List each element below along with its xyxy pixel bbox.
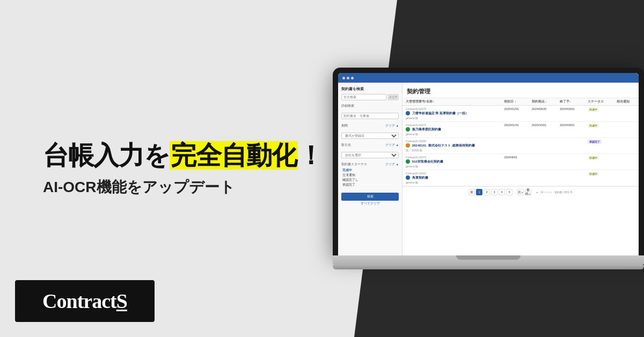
app-main-header: 契約管理	[402, 83, 639, 98]
status-badge-2: 作成中	[588, 123, 599, 128]
table-row[interactable]: ContractS-01074 振乃業界委託契約書 general 動 2023…	[402, 122, 639, 138]
col-name[interactable]: 大管管理番号/名称 ↕	[402, 98, 501, 106]
contract-sign-4	[529, 154, 557, 170]
contracts-table: 大管管理番号/名称 ↕ 発効日 ↕ 契約期点 ↕ 終了予↕ ステータス 相当通知	[402, 98, 639, 186]
topbar-dot-3	[351, 77, 354, 79]
app-main: 契約管理 大管管理番号/名称 ↕ 発効日 ↕ 契約期点 ↕ 終了予↕	[402, 83, 639, 255]
contract-end-3	[557, 138, 584, 154]
period-clear-link[interactable]: クリア ▲	[385, 124, 399, 128]
contract-sign-3	[529, 138, 557, 154]
prev-page-button[interactable]: 前	[469, 189, 475, 195]
status-title: 契約書スターテス クリア ▲	[341, 162, 399, 167]
contract-icon-2	[406, 127, 410, 131]
laptop-mockup: 契約書を検索 クリア 詳細検索	[322, 68, 644, 269]
contract-company-5: general 動	[406, 181, 497, 184]
sidebar-subsection-company: 取引先 クリア ▲ 会社を選択	[341, 143, 399, 159]
contract-end-2: 2024/03/01	[557, 122, 584, 138]
table-row[interactable]: ContractS-01073 510対取業会社契約書 general 動 20…	[402, 154, 639, 170]
search-button[interactable]: 検索	[341, 193, 399, 201]
sidebar-subsection-status: 契約書スターテス クリア ▲ 完成中 立滝通知 確認完了し 承認完了	[341, 162, 399, 187]
status-badge-4: 作成中	[588, 156, 599, 160]
contract-sign-5	[529, 170, 557, 186]
contract-icon-4	[406, 159, 410, 164]
col-sign[interactable]: 契約期点 ↕	[529, 98, 557, 106]
pagination-row: 前 1 2 3 4 5 ... 次» 最終» ▸ 10 ページ 契約数 1951…	[402, 186, 639, 197]
next-page-button[interactable]: 次»	[517, 189, 524, 195]
page-button-2[interactable]: 2	[484, 189, 490, 195]
app-sidebar: 契約書を検索 クリア 詳細検索	[338, 83, 402, 255]
sub-headline: AI-OCR機能をアップデート	[43, 178, 333, 197]
col-start[interactable]: 発効日 ↕	[501, 98, 528, 106]
col-end[interactable]: 終了予↕	[557, 98, 584, 106]
contract-status-2: 作成中	[584, 122, 614, 138]
table-header-row: 大管管理番号/名称 ↕ 発効日 ↕ 契約期点 ↕ 終了予↕ ステータス 相当通知	[402, 98, 639, 106]
contract-notify-1	[613, 106, 639, 122]
col-status: ステータス	[584, 98, 614, 106]
contract-company-1: general 動	[406, 116, 497, 120]
contract-start-1: 2025/01/01	[501, 106, 528, 122]
status-clear-link[interactable]: クリア ▲	[385, 163, 399, 166]
search-clear-button[interactable]: クリア	[387, 94, 399, 100]
contract-status-3: 承認完了	[584, 138, 614, 154]
col-notify: 相当通知	[613, 98, 639, 106]
contract-icon-5	[406, 175, 410, 180]
contract-name-4: 510対取業会社契約書	[406, 159, 497, 164]
table-row[interactable]: ContractS-31068 28248101_株式会社テスト_総務保持契約書…	[402, 138, 639, 154]
status-option-confirmed[interactable]: 確認完了し	[341, 178, 399, 182]
page-button-5[interactable]: 5	[506, 189, 513, 195]
laptop-bottom	[333, 265, 644, 269]
contract-cell-5: ContractS-01010 角算契約書 general 動	[402, 170, 501, 186]
contract-notify-3	[613, 138, 639, 154]
contract-company-2: general 動	[406, 133, 497, 136]
contract-start-4: 2024/8/01	[501, 154, 528, 170]
status-option-active[interactable]: 完成中	[341, 168, 399, 173]
table-row[interactable]: ContractS-01010 角算契約書 general 動	[402, 170, 639, 186]
laptop-outer: 契約書を検索 クリア 詳細検索	[333, 68, 644, 269]
page-button-4[interactable]: 4	[499, 189, 505, 195]
sidebar-subsection-detail: 詳細検索	[341, 104, 399, 121]
app-content: 契約書を検索 クリア 詳細検索	[338, 73, 639, 255]
main-headline: 台帳入力を完全自動化！	[43, 140, 333, 171]
laptop-screen: 契約書を検索 クリア 詳細検索	[338, 73, 639, 255]
contract-name-input[interactable]	[341, 113, 399, 119]
contract-start-5	[501, 170, 528, 186]
status-option-approved[interactable]: 立滝通知	[341, 173, 399, 178]
pagination-info: ▸ 10 ページ 契約数 1951 件	[537, 191, 573, 194]
sidebar-title: 契約書を検索	[341, 87, 399, 92]
company-clear-link[interactable]: クリア ▲	[385, 143, 399, 147]
page-button-3[interactable]: 3	[491, 189, 497, 195]
contract-end-4	[557, 154, 584, 170]
contract-end-5	[557, 170, 584, 186]
contract-sign-1: 2024/09/20	[529, 106, 557, 122]
contract-cell-4: ContractS-01073 510対取業会社契約書 general 動	[402, 154, 501, 170]
contract-cell-2: ContractS-01074 振乃業界委託契約書 general 動	[402, 122, 501, 138]
sidebar-subsection-period: 期間 クリア ▲ 書式が登録日	[341, 123, 399, 140]
contract-name-2: 振乃業界委託契約書	[406, 127, 497, 132]
contract-notify-4	[613, 154, 639, 170]
logo-s: S	[116, 290, 127, 312]
logo-text: ContractS	[42, 289, 127, 313]
last-page-button[interactable]: 最終»	[525, 189, 531, 195]
contract-notify-5	[613, 170, 639, 186]
app-main-title: 契約管理	[407, 88, 430, 94]
all-clear-link[interactable]: すべてクリア	[341, 202, 399, 206]
contract-status-5: 作成中	[584, 170, 614, 186]
contract-sign-2: 2023/10/01	[529, 122, 557, 138]
status-options: 完成中 立滝通知 確認完了し 承認完了	[341, 168, 399, 187]
contract-cell-3: ContractS-31068 28248101_株式会社テスト_総務保持契約書…	[402, 138, 501, 154]
table-row[interactable]: ContractS-01075 刀脅争析連協定 準 延厚契約書（一括） gene…	[402, 106, 639, 122]
company-title: 取引先 クリア ▲	[341, 143, 399, 148]
status-badge-5: 作成中	[588, 172, 599, 176]
status-option-done[interactable]: 承認完了	[341, 182, 399, 187]
contract-cell-1: ContractS-01075 刀脅争析連協定 準 延厚契約書（一括） gene…	[402, 106, 501, 122]
contract-company-4: general 動	[406, 165, 497, 168]
company-select[interactable]: 会社を選択	[341, 152, 399, 158]
search-input[interactable]	[341, 94, 386, 100]
contract-icon-1	[406, 111, 410, 115]
status-badge-1: 作成中	[588, 107, 599, 112]
page-button-1[interactable]: 1	[476, 189, 482, 195]
logo-area: ContractS	[15, 280, 155, 322]
topbar-dot-1	[342, 77, 345, 79]
contract-status-4: 作成中	[584, 154, 614, 170]
period-type-select[interactable]: 書式が登録日	[341, 133, 399, 139]
